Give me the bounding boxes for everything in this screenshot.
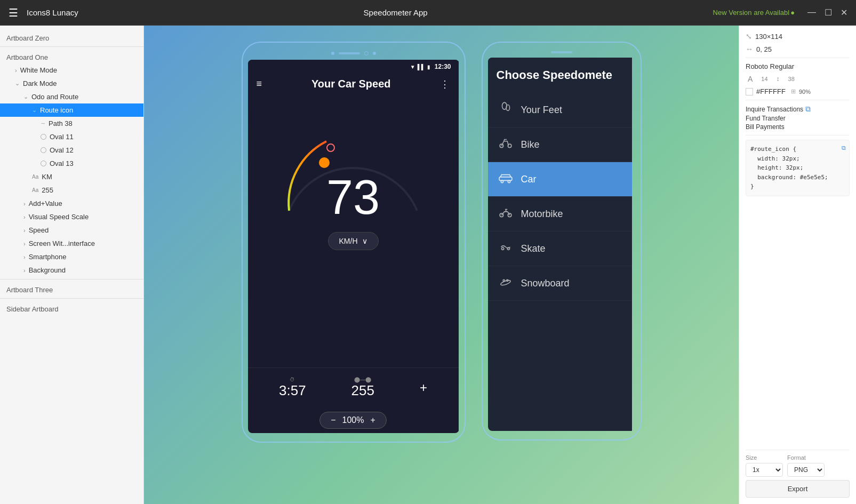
zoom-minus-icon[interactable]: −: [331, 415, 335, 425]
unit-selector[interactable]: KM/H ∨: [328, 232, 379, 250]
feet-icon: [499, 101, 513, 118]
svg-point-7: [501, 180, 503, 182]
signal-icon: ▌▌: [418, 64, 425, 70]
artboard-zero-label[interactable]: Artboard Zero: [0, 30, 143, 44]
code-copy-icon[interactable]: ⧉: [842, 143, 846, 153]
zoom-control[interactable]: − 100% +: [319, 412, 387, 429]
time-value: 3:57: [279, 382, 306, 399]
add-button[interactable]: +: [420, 380, 427, 395]
battery-icon: ▮: [427, 64, 430, 70]
hamburger-menu-icon[interactable]: ☰: [9, 6, 18, 19]
sidebar-item-odo-route[interactable]: ⌄ Odo and Route: [0, 90, 143, 103]
dimensions-value: 130×114: [755, 33, 782, 41]
choose-item-skate[interactable]: Skate: [488, 231, 632, 266]
time-icon: ⏱: [279, 377, 306, 382]
phone-notch-bar: [248, 51, 459, 55]
sidebar-item-label: Route icon: [40, 106, 73, 114]
motorbike-icon: [499, 205, 513, 222]
chevron-right-icon: ›: [15, 67, 17, 74]
canvas-area: ▼ ▌▌ ▮ 12:30 ≡ Your Car Speed ⋮: [144, 26, 739, 504]
font-size-value: 14: [761, 76, 767, 82]
sidebar-item-label: Speed: [29, 226, 49, 234]
sidebar-item-oval13[interactable]: Oval 13: [0, 157, 143, 170]
phone-speaker-2: [551, 51, 572, 53]
sidebar-item-label: Oval 11: [50, 133, 74, 141]
svg-rect-6: [499, 177, 512, 181]
link-label: Bill Payments: [746, 123, 785, 131]
sidebar-item-label: KM: [42, 173, 52, 181]
resize-icon: ⤡: [746, 32, 752, 41]
chevron-down-blue-icon: ⌄: [32, 107, 37, 114]
status-time: 12:30: [435, 63, 451, 70]
notch-dot-1: [331, 52, 334, 55]
choose-item-feet[interactable]: Your Feet: [488, 93, 632, 127]
sidebar-item-label: Visual Speed Scale: [29, 213, 89, 221]
close-button[interactable]: ✕: [841, 7, 847, 18]
svg-point-1: [319, 157, 330, 168]
sidebar-item-label: Screen Wit...interface: [29, 239, 95, 247]
oval-icon: [41, 134, 46, 140]
status-icons: ▼ ▌▌ ▮: [410, 64, 430, 70]
sidebar-item-smartphone[interactable]: › Smartphone: [0, 250, 143, 263]
sidebar-item-screen-wit[interactable]: › Screen Wit...interface: [0, 237, 143, 250]
wifi-icon: ▼: [410, 64, 415, 70]
export-button[interactable]: Export: [746, 480, 850, 498]
version-dot: ●: [790, 9, 795, 17]
choose-item-car[interactable]: Car: [488, 162, 632, 197]
minimize-button[interactable]: —: [807, 7, 816, 18]
sidebar-item-route-icon[interactable]: ⌄ Route icon: [0, 103, 143, 117]
choose-item-bike[interactable]: Bike: [488, 127, 632, 162]
sidebar-artboard-label[interactable]: Sidebar Artboard: [0, 301, 143, 315]
color-swatch[interactable]: [746, 88, 753, 95]
css-code: #route_icon { width: 32px; height: 32px;…: [750, 145, 845, 191]
app-header: ≡ Your Car Speed ⋮: [248, 74, 459, 99]
color-hex: #FFFFFF: [756, 87, 786, 95]
artboard-one-label[interactable]: Artboard One: [0, 49, 143, 63]
svg-point-12: [507, 247, 509, 250]
phone-notch-bar-2: [488, 51, 635, 53]
sidebar-item-255[interactable]: Aa 255: [0, 183, 143, 197]
choose-item-motorbike[interactable]: Motorbike: [488, 197, 632, 231]
choose-item-snowboard[interactable]: Snowboard: [488, 266, 632, 301]
more-options-icon[interactable]: ⋮: [440, 78, 450, 90]
link-item-fund: Fund Transfer: [746, 115, 850, 122]
phone-mockup-2: Choose Speedomete Your Feet: [482, 42, 642, 441]
sidebar-item-visual-speed[interactable]: › Visual Speed Scale: [0, 210, 143, 223]
zoom-bar: − 100% +: [248, 407, 459, 433]
choose-item-label: Snowboard: [521, 278, 570, 289]
svg-point-13: [500, 279, 511, 286]
hamburger-icon[interactable]: ≡: [257, 78, 262, 90]
gauge-container: 73: [273, 109, 433, 227]
svg-point-14: [503, 279, 505, 281]
topbar: ☰ Icons8 Lunacy Speedometer App New Vers…: [0, 0, 856, 26]
main-layout: Artboard Zero Artboard One › White Mode …: [0, 26, 856, 504]
bottom-stats-bar: ⏱ 3:57 ⬤—⬤ 255 +: [248, 367, 459, 407]
choose-item-label: Bike: [521, 139, 540, 150]
link-label: Inquire Transactions: [746, 106, 803, 113]
line-height-icon: ↕: [777, 75, 780, 83]
size-select[interactable]: 1x 2x 3x: [746, 463, 783, 477]
window-controls: — ☐ ✕: [807, 7, 847, 18]
sidebar-item-path38[interactable]: ∼ Path 38: [0, 117, 143, 130]
text-icon: Aa: [32, 174, 38, 180]
sidebar-item-km[interactable]: Aa KM: [0, 170, 143, 183]
layers-sidebar: Artboard Zero Artboard One › White Mode …: [0, 26, 144, 504]
sidebar-item-speed[interactable]: › Speed: [0, 223, 143, 237]
sidebar-item-dark-mode[interactable]: ⌄ Dark Mode: [0, 77, 143, 90]
sidebar-item-label: Path 38: [49, 119, 73, 127]
copy-icon[interactable]: ⧉: [805, 105, 811, 114]
sidebar-item-oval12[interactable]: Oval 12: [0, 143, 143, 157]
sidebar-item-label: 255: [42, 186, 53, 194]
font-size-row: A 14 ↕ 38: [748, 75, 850, 83]
line-height-value: 38: [788, 76, 795, 82]
sidebar-item-background[interactable]: › Background: [0, 263, 143, 277]
sidebar-item-white-mode[interactable]: › White Mode: [0, 63, 143, 77]
artboard-three-label[interactable]: Artboard Three: [0, 282, 143, 296]
position-icon: ↔: [746, 45, 753, 53]
format-select[interactable]: PNG SVG PDF: [787, 463, 825, 477]
sidebar-item-add-value[interactable]: › Add+Value: [0, 197, 143, 210]
sidebar-item-oval11[interactable]: Oval 11: [0, 130, 143, 143]
maximize-button[interactable]: ☐: [825, 7, 832, 18]
position-row: ↔ 0, 25: [746, 45, 850, 53]
zoom-plus-icon[interactable]: +: [370, 415, 375, 425]
